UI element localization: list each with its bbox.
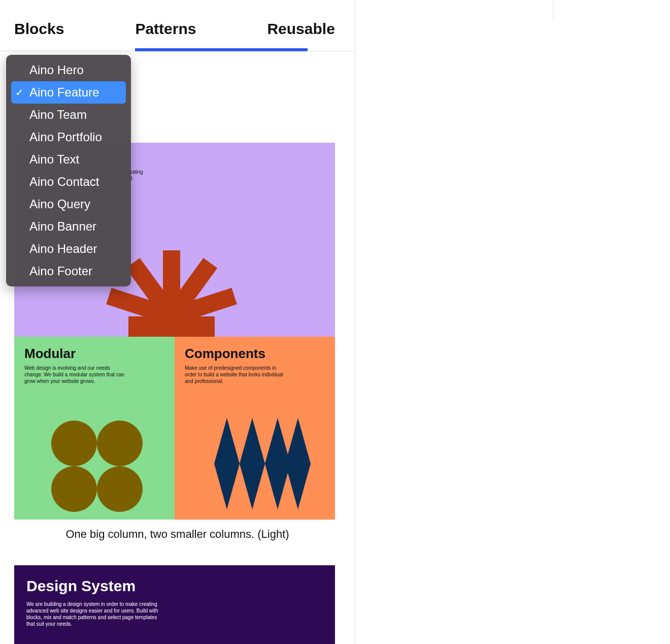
dropdown-item-label: Aino Text <box>29 152 79 167</box>
dropdown-item-label: Aino Banner <box>29 219 96 234</box>
dropdown-item-aino-portfolio[interactable]: Aino Portfolio <box>11 126 126 148</box>
dropdown-item-label: Aino Footer <box>29 264 92 278</box>
dropdown-item-aino-header[interactable]: Aino Header <box>11 238 126 260</box>
dropdown-item-label: Aino Hero <box>29 63 84 77</box>
card-title: Design System <box>26 577 323 595</box>
svg-point-6 <box>51 421 97 466</box>
dropdown-item-aino-footer[interactable]: Aino Footer <box>11 260 126 282</box>
circles-icon <box>14 413 175 514</box>
card-desc: We are building a design system in order… <box>26 601 158 627</box>
tab-blocks[interactable]: Blocks <box>14 20 64 51</box>
svg-marker-11 <box>240 418 265 509</box>
svg-point-9 <box>97 466 143 512</box>
check-icon: ✓ <box>15 86 24 99</box>
svg-marker-13 <box>285 418 311 509</box>
diamonds-icon <box>175 413 335 514</box>
pattern-preview-dark[interactable]: Design System We are building a design s… <box>14 565 335 644</box>
tab-patterns[interactable]: Patterns <box>135 20 196 51</box>
dropdown-item-aino-query[interactable]: Aino Query <box>11 193 126 215</box>
right-divider <box>552 0 554 20</box>
svg-marker-10 <box>214 418 240 509</box>
pattern-row-2: Modular Web design is evolving and our n… <box>14 337 335 520</box>
tabs-row: Blocks Patterns Reusable <box>0 0 355 51</box>
svg-point-8 <box>51 466 97 512</box>
dropdown-item-label: Aino Header <box>29 242 97 256</box>
dropdown-item-aino-contact[interactable]: Aino Contact <box>11 171 126 193</box>
dropdown-item-label: Aino Feature <box>29 85 99 100</box>
card-title: Modular <box>24 346 164 362</box>
card-desc: e creating Build age <box>121 169 250 188</box>
card-desc: Make use of predesigned components in or… <box>185 365 286 384</box>
components-card: Components Make use of predesigned compo… <box>175 337 335 520</box>
dropdown-item-label: Aino Query <box>29 197 90 211</box>
pattern-caption: One big column, two smaller columns. (Li… <box>14 528 341 541</box>
card-desc: Web design is evolving and our needs cha… <box>24 365 126 384</box>
dropdown-item-aino-hero[interactable]: Aino Hero <box>11 59 126 81</box>
dropdown-item-label: Aino Portfolio <box>29 130 102 144</box>
dropdown-item-aino-feature[interactable]: ✓Aino Feature <box>11 81 126 104</box>
svg-point-7 <box>97 421 143 466</box>
dropdown-item-aino-banner[interactable]: Aino Banner <box>11 215 126 238</box>
svg-rect-0 <box>128 316 215 337</box>
dropdown-item-label: Aino Contact <box>29 175 99 189</box>
modular-card: Modular Web design is evolving and our n… <box>14 337 175 520</box>
dropdown-item-label: Aino Team <box>29 108 87 122</box>
inserter-panel: Blocks Patterns Reusable Aino Hero✓Aino … <box>0 0 355 644</box>
card-title: Components <box>185 346 325 362</box>
dropdown-item-aino-text[interactable]: Aino Text <box>11 148 126 171</box>
dropdown-item-aino-team[interactable]: Aino Team <box>11 104 126 126</box>
pattern-category-dropdown[interactable]: Aino Hero✓Aino FeatureAino TeamAino Port… <box>6 55 131 286</box>
tab-reusable[interactable]: Reusable <box>267 20 334 51</box>
